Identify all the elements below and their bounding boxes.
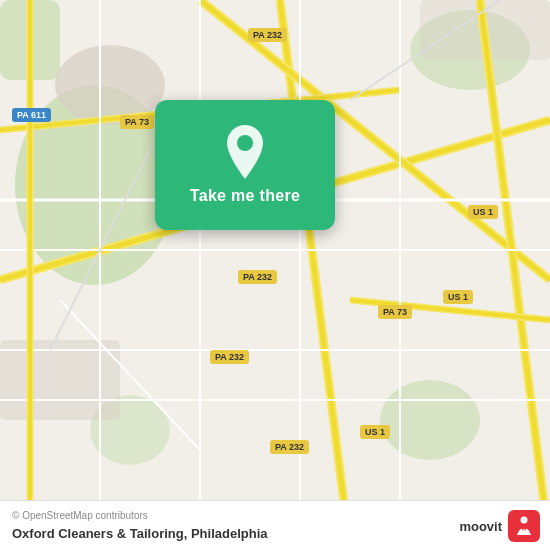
location-pin-icon bbox=[223, 125, 267, 179]
route-badge-pa73-2: PA 73 bbox=[378, 305, 412, 319]
route-badge-pa73-1: PA 73 bbox=[120, 115, 154, 129]
route-badge-pa232-4: PA 232 bbox=[270, 440, 309, 454]
cta-label: Take me there bbox=[190, 187, 300, 205]
svg-point-34 bbox=[521, 517, 528, 524]
route-badge-pa232-1: PA 232 bbox=[248, 28, 287, 42]
route-badge-us1-1: US 1 bbox=[468, 205, 498, 219]
route-badge-pa232-3: PA 232 bbox=[210, 350, 249, 364]
route-badge-us1-3: US 1 bbox=[360, 425, 390, 439]
place-name: Oxford Cleaners & Tailoring, Philadelphi… bbox=[12, 526, 267, 541]
route-badge-us1-2: US 1 bbox=[443, 290, 473, 304]
bottom-bar: © OpenStreetMap contributors Oxford Clea… bbox=[0, 500, 550, 550]
moovit-logo: moovit bbox=[459, 510, 540, 542]
route-badge-pa611: PA 611 bbox=[12, 108, 51, 122]
moovit-icon bbox=[508, 510, 540, 542]
svg-point-3 bbox=[380, 380, 480, 460]
take-me-there-button[interactable]: Take me there bbox=[155, 100, 335, 230]
svg-point-33 bbox=[237, 135, 253, 151]
route-badge-pa232-2: PA 232 bbox=[238, 270, 277, 284]
moovit-text: moovit bbox=[459, 519, 502, 534]
map-container: PA 611 PA 73 PA 232 PA 232 PA 232 PA 232… bbox=[0, 0, 550, 550]
svg-rect-6 bbox=[0, 340, 120, 420]
svg-line-9 bbox=[280, 0, 350, 550]
